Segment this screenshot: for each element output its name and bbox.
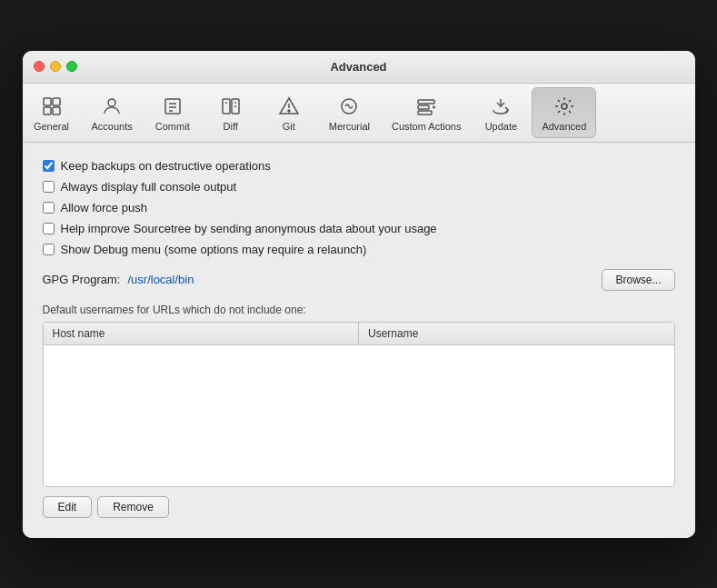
checkbox-help-improve-input[interactable] bbox=[43, 223, 55, 234]
tab-custom-actions-label: Custom Actions bbox=[392, 121, 461, 132]
gpg-row: GPG Program: /usr/local/bin Browse... bbox=[43, 269, 675, 291]
accounts-icon bbox=[99, 94, 124, 119]
gpg-value: /usr/local/bin bbox=[127, 273, 602, 286]
tab-accounts-label: Accounts bbox=[92, 121, 133, 132]
git-icon bbox=[276, 94, 302, 119]
general-icon bbox=[39, 94, 65, 119]
checkbox-full-console-label: Always display full console output bbox=[61, 180, 237, 194]
tab-general[interactable]: General bbox=[25, 87, 79, 138]
checkbox-debug-menu-label: Show Debug menu (some options may requir… bbox=[61, 243, 367, 256]
close-button[interactable] bbox=[34, 61, 45, 72]
tab-update-label: Update bbox=[485, 121, 517, 132]
checkbox-full-console: Always display full console output bbox=[43, 180, 675, 194]
checkbox-debug-menu: Show Debug menu (some options may requir… bbox=[43, 243, 675, 256]
checkbox-full-console-input[interactable] bbox=[43, 181, 55, 193]
browse-button[interactable]: Browse... bbox=[602, 269, 674, 291]
svg-point-4 bbox=[108, 99, 115, 106]
table-header: Host name Username bbox=[44, 323, 674, 345]
checkbox-force-push-label: Allow force push bbox=[61, 201, 147, 214]
preferences-window: Advanced General Accounts bbox=[23, 51, 695, 538]
svg-rect-1 bbox=[53, 98, 60, 105]
gpg-label: GPG Program: bbox=[43, 273, 121, 286]
update-icon bbox=[488, 94, 513, 119]
commit-icon bbox=[160, 94, 185, 119]
checkbox-help-improve-label: Help improve Sourcetree by sending anony… bbox=[61, 222, 437, 235]
titlebar: Advanced bbox=[23, 51, 695, 84]
svg-point-23 bbox=[562, 104, 567, 109]
tab-update[interactable]: Update bbox=[473, 87, 528, 138]
minimize-button[interactable] bbox=[50, 61, 61, 72]
checkbox-force-push-input[interactable] bbox=[43, 202, 55, 214]
svg-rect-9 bbox=[223, 99, 230, 114]
tab-diff[interactable]: Diff bbox=[204, 87, 258, 138]
tab-accounts[interactable]: Accounts bbox=[83, 87, 142, 138]
content-area: Keep backups on destructive operations A… bbox=[23, 143, 695, 538]
checkbox-keep-backups-label: Keep backups on destructive operations bbox=[61, 159, 271, 173]
tab-advanced-label: Advanced bbox=[542, 121, 586, 132]
checkbox-force-push: Allow force push bbox=[43, 201, 675, 214]
svg-rect-19 bbox=[418, 105, 429, 109]
svg-rect-20 bbox=[418, 111, 432, 115]
username-table: Host name Username bbox=[43, 322, 675, 487]
tab-git[interactable]: Git bbox=[262, 87, 316, 138]
table-header-username: Username bbox=[359, 323, 674, 344]
traffic-lights bbox=[34, 61, 77, 72]
mercurial-icon bbox=[336, 94, 362, 119]
table-description: Default usernames for URLs which do not … bbox=[43, 304, 675, 316]
tab-mercurial-label: Mercurial bbox=[329, 121, 370, 132]
maximize-button[interactable] bbox=[66, 61, 77, 72]
svg-point-16 bbox=[288, 110, 290, 112]
checkbox-keep-backups: Keep backups on destructive operations bbox=[43, 159, 675, 173]
table-actions: Edit Remove bbox=[43, 496, 675, 518]
table-body bbox=[44, 345, 674, 486]
tab-commit[interactable]: Commit bbox=[145, 87, 200, 138]
toolbar: General Accounts Commit bbox=[23, 84, 695, 143]
tab-general-label: General bbox=[34, 121, 69, 132]
window-title: Advanced bbox=[330, 60, 386, 74]
tab-diff-label: Diff bbox=[224, 121, 238, 132]
diff-icon bbox=[218, 94, 244, 119]
svg-rect-0 bbox=[44, 98, 51, 105]
checkbox-keep-backups-input[interactable] bbox=[43, 160, 55, 172]
svg-rect-2 bbox=[44, 107, 51, 115]
edit-button[interactable]: Edit bbox=[43, 496, 93, 518]
tab-commit-label: Commit bbox=[155, 121, 190, 132]
tab-git-label: Git bbox=[283, 121, 295, 132]
advanced-icon bbox=[552, 94, 577, 119]
checkbox-debug-menu-input[interactable] bbox=[43, 244, 55, 255]
checkbox-help-improve: Help improve Sourcetree by sending anony… bbox=[43, 222, 675, 235]
tab-mercurial[interactable]: Mercurial bbox=[320, 87, 379, 138]
table-header-hostname: Host name bbox=[44, 323, 360, 344]
tab-custom-actions[interactable]: Custom Actions bbox=[383, 87, 470, 138]
custom-actions-icon bbox=[413, 94, 439, 119]
svg-rect-3 bbox=[53, 107, 60, 115]
remove-button[interactable]: Remove bbox=[97, 496, 169, 518]
svg-rect-18 bbox=[418, 100, 434, 104]
tab-advanced[interactable]: Advanced bbox=[532, 87, 596, 138]
